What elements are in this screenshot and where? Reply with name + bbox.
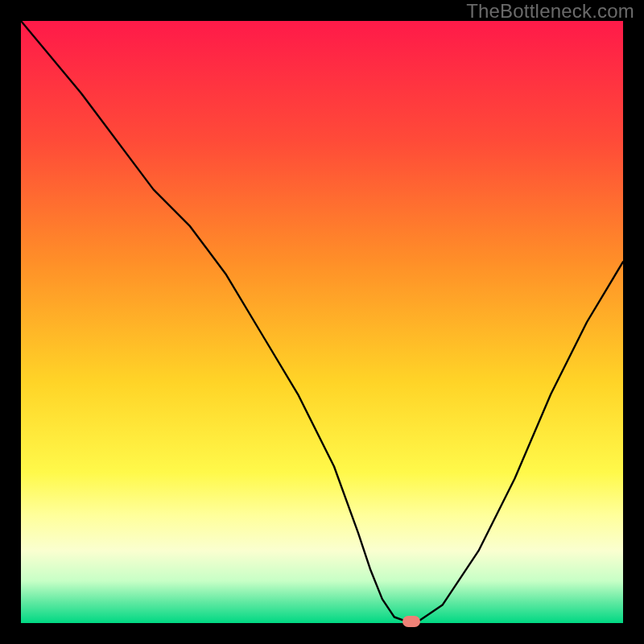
bottleneck-chart xyxy=(21,21,623,623)
optimal-point-marker xyxy=(402,616,420,627)
chart-background xyxy=(21,21,623,623)
chart-frame: TheBottleneck.com xyxy=(0,0,644,644)
watermark-text: TheBottleneck.com xyxy=(466,0,634,23)
